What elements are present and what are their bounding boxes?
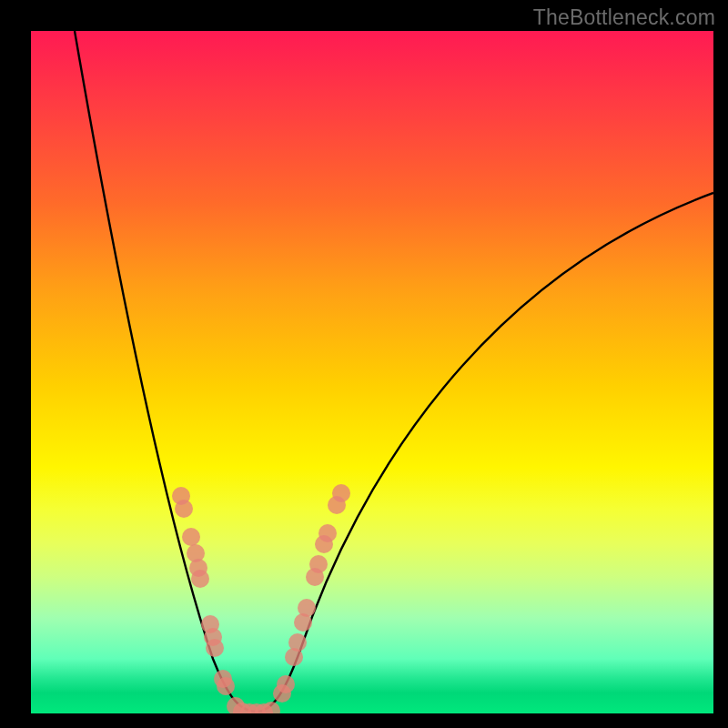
plot-area bbox=[31, 31, 713, 713]
data-point bbox=[206, 639, 224, 657]
data-point bbox=[332, 484, 350, 502]
data-point bbox=[191, 570, 209, 588]
data-point bbox=[298, 599, 316, 617]
data-point bbox=[318, 524, 337, 542]
watermark-text: TheBottleneck.com bbox=[533, 5, 715, 30]
data-point bbox=[175, 500, 193, 518]
data-point bbox=[277, 675, 295, 693]
data-point bbox=[309, 555, 328, 573]
dots-group bbox=[172, 484, 350, 713]
data-point bbox=[182, 528, 200, 546]
chart-svg bbox=[31, 31, 713, 713]
curve-left bbox=[75, 31, 257, 712]
data-point bbox=[288, 633, 307, 652]
curve-right bbox=[257, 193, 713, 712]
data-point bbox=[262, 702, 280, 713]
data-point bbox=[217, 677, 235, 695]
